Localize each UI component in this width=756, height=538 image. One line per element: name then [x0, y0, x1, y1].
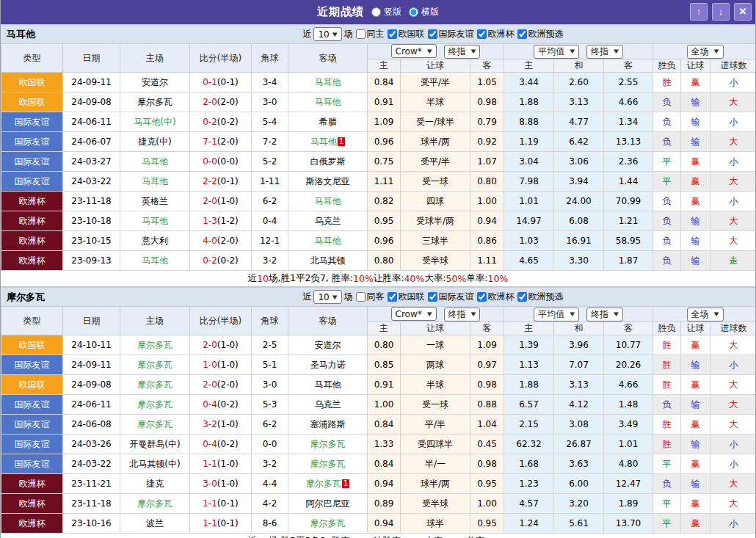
avg-home-cell: 1.88	[504, 375, 554, 395]
summary-text: 单率:	[466, 272, 487, 285]
league-filter-euro[interactable]: 欧洲杯	[476, 28, 515, 40]
league-filter-nations-league[interactable]: 欧国联	[387, 28, 425, 40]
avg-home-cell: 14.97	[504, 211, 554, 231]
scope-value: 全场	[691, 46, 709, 58]
halftime-score: (0-1)	[217, 498, 239, 509]
score-cell: 3-0(1-0)	[190, 474, 252, 494]
corner-cell: 3-2	[252, 251, 288, 271]
average-select[interactable]: 平均值▼	[534, 45, 579, 59]
avg-draw-cell: 3.96	[554, 335, 604, 355]
average-time-select[interactable]: 终指▼	[586, 308, 623, 321]
vertical-layout-radio[interactable]	[371, 7, 381, 17]
games-count-select[interactable]: 10 ▼	[313, 290, 341, 304]
odds-source-select[interactable]: Crow*▼	[391, 44, 437, 58]
scope-select[interactable]: 全场▼	[687, 45, 724, 59]
odds-home-cell: 0.80	[368, 335, 401, 355]
same-side-label: 同客	[367, 291, 385, 303]
avg-home-cell: 1.88	[504, 92, 554, 112]
handicap-cell: 四球	[401, 192, 470, 211]
league-filter-friendly[interactable]: 国际友谊	[427, 28, 474, 40]
friendly-checkbox[interactable]	[428, 292, 437, 302]
away-team-name: 乌克兰	[315, 216, 341, 226]
layout-option-horizontal[interactable]: 横版	[409, 6, 439, 18]
odds-source-select[interactable]: Crow*▼	[391, 307, 437, 321]
corner-cell: 8-6	[252, 514, 288, 534]
sub-col-avg-home: 主	[504, 322, 554, 335]
scope-select[interactable]: 全场▼	[687, 308, 724, 321]
corner-cell: 6-2	[252, 192, 288, 211]
avg-draw-cell: 6.08	[554, 211, 604, 231]
chevron-down-icon: ▼	[714, 48, 719, 54]
odds-time-select[interactable]: 终指▼	[444, 45, 481, 59]
avg-draw-cell: 3.63	[554, 454, 604, 474]
avg-home-cell: 4.57	[504, 494, 554, 514]
odds-away-cell: 1.07	[470, 152, 504, 172]
euro-qualifier-checkbox[interactable]	[517, 29, 527, 39]
layout-option-vertical[interactable]: 竖版	[371, 6, 401, 18]
handicap-cell: 半/一	[401, 454, 470, 474]
move-up-button[interactable]: ↑	[690, 3, 708, 21]
move-down-button[interactable]: ↓	[712, 3, 730, 21]
date-cell: 24-09-11	[63, 355, 120, 375]
league-cell: 欧洲杯	[1, 251, 63, 271]
league-cell: 欧国联	[1, 92, 63, 112]
scope-value: 全场	[691, 308, 709, 321]
away-team-name: 摩尔多瓦	[310, 518, 346, 528]
away-team-name: 圣马力诺	[310, 360, 346, 370]
odds-home-cell: 0.91	[368, 92, 401, 112]
handicap-result-cell: 赢	[681, 375, 710, 395]
avg-away-cell: 1.34	[604, 112, 653, 132]
league-filter-euro[interactable]: 欧洲杯	[476, 291, 515, 303]
col-away: 客场	[288, 44, 368, 73]
match-row: 国际友谊24-03-27马耳他0-0(0-0)5-2白俄罗斯0.75受平/半1.…	[1, 152, 756, 172]
handicap-result-cell: 输	[681, 474, 710, 494]
result-cell: 负	[653, 474, 681, 494]
odds-home-cell: 1.09	[368, 112, 401, 132]
friendly-checkbox[interactable]	[428, 29, 437, 39]
euro-checkbox[interactable]	[477, 29, 487, 39]
halftime-score: (0-2)	[217, 439, 239, 449]
nations-league-checkbox[interactable]	[388, 292, 397, 302]
score-cell: 2-0(2-0)	[190, 375, 252, 395]
titlebar: 近期战绩 竖版 横版 ↑ ↓ ✕	[1, 0, 755, 24]
score-cell: 0-0(0-0)	[190, 152, 252, 172]
avg-home-cell: 1.03	[504, 231, 554, 251]
chevron-down-icon: ▼	[427, 311, 432, 317]
league-filter-euro-qualifier[interactable]: 欧洲预选	[517, 28, 564, 40]
same-side-checkbox[interactable]	[356, 29, 366, 39]
sub-col-home-odds: 主	[368, 59, 401, 73]
league-filter-euro-qualifier[interactable]: 欧洲预选	[517, 291, 564, 303]
col-corner: 角球	[252, 307, 288, 335]
same-side-checkbox-label[interactable]: 同主	[355, 28, 385, 40]
euro-checkbox[interactable]	[477, 292, 487, 302]
corner-cell: 5-4	[252, 112, 288, 132]
halftime-score: (0-1)	[217, 518, 239, 528]
same-side-checkbox-label[interactable]: 同客	[355, 291, 385, 303]
home-team-cell: 开曼群岛(中)	[120, 435, 190, 454]
home-team-cell: 摩尔多瓦	[120, 415, 190, 435]
odds-away-cell: 1.04	[470, 415, 504, 435]
same-side-checkbox[interactable]	[356, 292, 366, 302]
league-cell: 国际友谊	[1, 172, 63, 192]
average-time-select[interactable]: 终指▼	[586, 45, 623, 59]
league-filter-friendly[interactable]: 国际友谊	[427, 291, 474, 303]
avg-away-cell: 2.55	[604, 73, 653, 92]
handicap-result-cell: 输	[681, 355, 710, 375]
close-button[interactable]: ✕	[734, 3, 752, 21]
date-cell: 23-10-16	[63, 514, 120, 534]
euro-qualifier-checkbox[interactable]	[517, 292, 527, 302]
friendly-label: 国际友谊	[439, 291, 474, 303]
recent-results-window: 近期战绩 竖版 横版 ↑ ↓ ✕ 马耳他 近 10 ▼ 场 同主	[0, 0, 756, 538]
horizontal-layout-radio[interactable]	[409, 7, 418, 17]
col-home: 主场	[120, 307, 190, 335]
games-count-select[interactable]: 10 ▼	[313, 27, 341, 41]
filter-bar-malta: 马耳他 近 10 ▼ 场 同主 欧国联 国际友谊 欧洲杯	[1, 24, 755, 43]
average-select[interactable]: 平均值▼	[534, 308, 579, 321]
nations-league-checkbox[interactable]	[388, 29, 397, 39]
avg-away-cell: 70.99	[604, 192, 653, 211]
col-date: 日期	[63, 307, 120, 335]
odds-time-select[interactable]: 终指▼	[444, 308, 481, 321]
league-filter-nations-league[interactable]: 欧国联	[387, 291, 425, 303]
odds-group-header: Crow*▼ 终指▼	[368, 307, 504, 322]
avg-home-cell: 7.98	[504, 172, 554, 192]
